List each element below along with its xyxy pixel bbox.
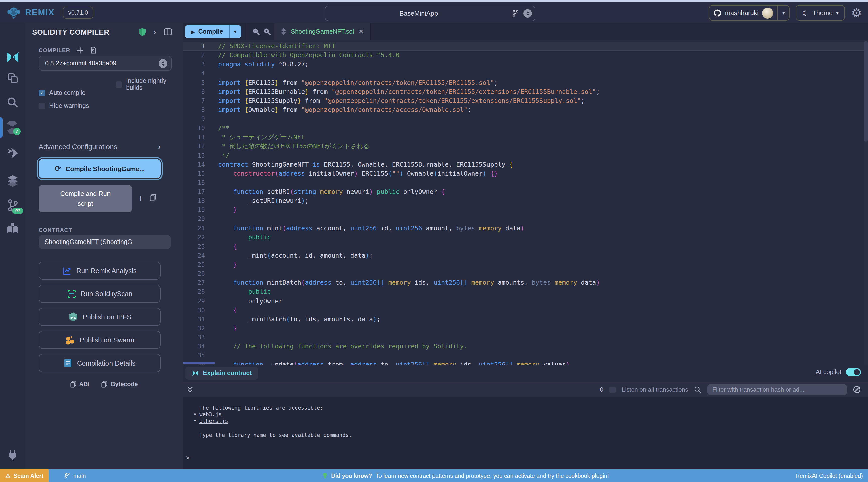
terminal-prompt[interactable]: > bbox=[186, 454, 189, 461]
copy-script-icon[interactable] bbox=[150, 194, 156, 201]
expand-terminal-icon[interactable] bbox=[187, 386, 193, 393]
tab-close-icon[interactable]: ✕ bbox=[359, 28, 364, 35]
bullet: • bbox=[193, 411, 197, 417]
info-icon[interactable]: i bbox=[140, 195, 142, 202]
compile-options-caret[interactable]: ▾ bbox=[229, 25, 241, 38]
nightly-builds-checkbox[interactable] bbox=[116, 81, 122, 88]
version-spinner[interactable] bbox=[159, 59, 167, 67]
zoom-out-icon[interactable] bbox=[252, 28, 260, 36]
copy-bytecode-button[interactable]: Bytecode bbox=[102, 381, 138, 388]
user-avatar bbox=[762, 7, 773, 18]
transaction-count: 0 bbox=[600, 386, 603, 393]
publish-ipfs-button[interactable]: IPFS Publish on IPFS bbox=[39, 308, 161, 326]
compile-contract-button[interactable]: ⟳ Compile ShootingGame... bbox=[39, 159, 161, 178]
search-icon[interactable] bbox=[0, 96, 25, 108]
explain-contract-button[interactable]: Explain contract bbox=[185, 366, 258, 380]
contract-select[interactable]: ShootingGameNFT (ShootingG bbox=[39, 235, 171, 249]
compile-and-run-button[interactable]: Compile and Run script bbox=[39, 185, 132, 213]
copy-icon bbox=[102, 381, 108, 388]
plugin-manager-icon[interactable] bbox=[0, 450, 25, 461]
learneth-icon[interactable] bbox=[0, 222, 25, 234]
branch-name: main bbox=[73, 473, 86, 479]
listen-transactions-checkbox[interactable] bbox=[609, 386, 616, 393]
svg-text:AI: AI bbox=[10, 55, 15, 60]
copy-icon bbox=[70, 381, 76, 388]
did-you-know-tip: Did you know? To learn new contract patt… bbox=[322, 472, 609, 479]
run-solidityscan-label: Run SolidityScan bbox=[81, 290, 132, 297]
web3-link[interactable]: web3.js bbox=[199, 411, 222, 418]
git-branch-status[interactable]: main bbox=[64, 473, 86, 479]
status-bar: ⚠ Scam Alert main Did you know? To learn… bbox=[0, 470, 868, 482]
compilation-details-button[interactable]: Compilation Details bbox=[39, 354, 161, 372]
terminal-line: Type the library name to see available c… bbox=[199, 432, 352, 438]
run-remix-analysis-button[interactable]: Run Remix Analysis bbox=[39, 262, 161, 280]
warning-icon: ⚠ bbox=[5, 472, 10, 479]
theme-label: Theme bbox=[812, 9, 833, 17]
nightly-builds-checkbox-row[interactable]: Include nightly builds bbox=[116, 77, 183, 91]
compilation-details-label: Compilation Details bbox=[77, 359, 135, 367]
split-view-icon[interactable] bbox=[164, 28, 172, 36]
workspace-select[interactable]: BaseMiniApp bbox=[325, 5, 535, 21]
add-compiler-icon[interactable] bbox=[77, 47, 83, 54]
user-dropdown-caret[interactable]: ▾ bbox=[777, 5, 789, 20]
panel-forward-chevron[interactable]: › bbox=[154, 28, 156, 36]
user-account-button[interactable]: mashharuki ▾ bbox=[709, 5, 789, 21]
file-explorer-icon[interactable] bbox=[0, 72, 25, 84]
compiler-file-icon[interactable] bbox=[90, 47, 96, 54]
editor-toolbar: ▶ Compile ▾ ShootingGameNFT.sol ✕ bbox=[183, 23, 868, 41]
advanced-configurations-label: Advanced Configurations bbox=[39, 142, 117, 150]
clear-terminal-icon[interactable] bbox=[853, 386, 861, 394]
tab-shootinggamenft[interactable]: ShootingGameNFT.sol ✕ bbox=[274, 23, 371, 40]
scam-alert-label: Scam Alert bbox=[13, 473, 43, 479]
copy-abi-button[interactable]: ABI bbox=[70, 381, 89, 388]
run-solidityscan-button[interactable]: Run SolidityScan bbox=[39, 285, 161, 303]
refresh-icon: ⟳ bbox=[55, 164, 61, 173]
hide-warnings-checkbox-row[interactable]: Hide warnings bbox=[39, 102, 89, 109]
code-editor[interactable]: 1// SPDX-License-Identifier: MIT2// Comp… bbox=[183, 40, 864, 364]
workspace-spinner[interactable] bbox=[523, 9, 532, 18]
auto-compile-checkbox-row[interactable]: ✓ Auto compile bbox=[39, 89, 86, 96]
terminal-line: The following libraries are accessible: bbox=[199, 405, 323, 411]
ethers-link[interactable]: ethers.js bbox=[199, 418, 228, 424]
publish-swarm-button[interactable]: Publish on Swarm bbox=[39, 331, 161, 349]
compiler-section-label: COMPILER bbox=[39, 47, 70, 53]
github-icon bbox=[713, 9, 721, 17]
svg-text:IPFS: IPFS bbox=[70, 317, 76, 319]
theme-caret: ▾ bbox=[836, 10, 839, 15]
hide-warnings-checkbox[interactable] bbox=[39, 103, 45, 109]
advanced-chevron-icon: › bbox=[158, 142, 161, 151]
solidity-compiler-icon[interactable] bbox=[0, 120, 25, 134]
compiler-version-select[interactable]: 0.8.27+commit.40a35a09 bbox=[39, 56, 172, 71]
vertical-scrollbar-thumb[interactable] bbox=[864, 41, 868, 141]
settings-gear-icon[interactable]: ⚙ bbox=[851, 7, 862, 19]
deploy-run-icon[interactable] bbox=[0, 147, 25, 160]
terminal-header: 0 Listen on all transactions Filter with… bbox=[183, 382, 868, 398]
hide-warnings-label: Hide warnings bbox=[49, 102, 89, 109]
top-bar: REMIX v0.71.0 BaseMiniApp mashharuki bbox=[0, 1, 868, 24]
scam-alert-button[interactable]: ⚠ Scam Alert bbox=[0, 470, 49, 482]
advanced-configurations[interactable]: Advanced Configurations › bbox=[39, 142, 161, 151]
terminal-output[interactable]: The following libraries are accessible: … bbox=[183, 397, 868, 470]
solidity-file-icon bbox=[281, 28, 286, 36]
transaction-filter-input[interactable]: Filter with transaction hash or ad... bbox=[707, 384, 847, 395]
details-doc-icon bbox=[64, 358, 72, 367]
workspace-name: BaseMiniApp bbox=[326, 9, 512, 17]
publish-ipfs-label: Publish on IPFS bbox=[83, 313, 131, 321]
publish-swarm-label: Publish on Swarm bbox=[80, 336, 134, 344]
listen-transactions-label: Listen on all transactions bbox=[622, 386, 688, 393]
horizontal-scrollbar-thumb[interactable] bbox=[183, 362, 215, 364]
zoom-in-icon[interactable] bbox=[263, 28, 271, 36]
ai-copilot-toggle[interactable] bbox=[846, 368, 861, 376]
shield-icon[interactable] bbox=[138, 28, 146, 36]
compile-run-label: Compile and Run script bbox=[53, 189, 118, 208]
remixai-icon[interactable]: AI bbox=[0, 50, 25, 64]
unit-testing-icon[interactable] bbox=[0, 174, 25, 187]
copilot-status: RemixAI Copilot (enabled) bbox=[796, 473, 863, 479]
ipfs-icon: IPFS bbox=[68, 312, 78, 322]
remixai-butterfly-icon bbox=[192, 369, 199, 377]
compile-split-button[interactable]: ▶ Compile ▾ bbox=[185, 25, 241, 38]
auto-compile-checkbox[interactable]: ✓ bbox=[39, 90, 45, 96]
auto-compile-label: Auto compile bbox=[49, 89, 86, 96]
nightly-builds-label: Include nightly builds bbox=[126, 77, 183, 91]
theme-button[interactable]: ☾ Theme ▾ bbox=[796, 5, 845, 21]
